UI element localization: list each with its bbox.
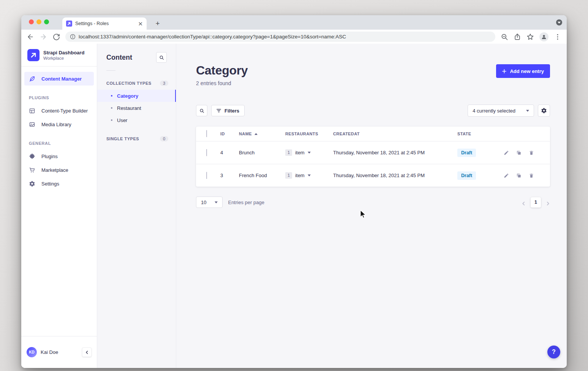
- sidebar-footer: KD Kai Doe: [21, 336, 97, 368]
- fields-selected-dropdown[interactable]: 4 currently selected: [468, 105, 534, 117]
- cell-restaurants[interactable]: 1 item: [283, 172, 331, 179]
- cell-createdat: Thursday, November 18, 2021 at 2:45 PM: [331, 173, 455, 178]
- entries-per-page-label: Entries per page: [228, 200, 264, 205]
- entries-table: ID NAME RESTAURANTS CREATEDAT STATE 4 Br…: [196, 127, 550, 187]
- column-header-id: ID: [218, 132, 237, 136]
- url-bar[interactable]: localhost:1337/admin/content-manager/col…: [65, 32, 495, 42]
- entries-count: 2 entries found: [196, 80, 248, 86]
- forward-icon[interactable]: [40, 33, 47, 41]
- browser-tab[interactable]: Settings - Roles ✕: [62, 17, 147, 30]
- tab-search-icon[interactable]: [556, 19, 562, 25]
- row-checkbox[interactable]: [206, 172, 207, 179]
- collection-types-count: 3: [160, 81, 168, 86]
- sidebar-item-marketplace[interactable]: Marketplace: [24, 163, 94, 177]
- picture-icon: [29, 121, 35, 128]
- page-number-button[interactable]: 1: [531, 197, 541, 208]
- subnav-divider: [106, 70, 115, 71]
- filters-button[interactable]: Filters: [211, 105, 245, 116]
- cell-name: French Food: [237, 173, 283, 178]
- edit-icon[interactable]: [504, 150, 509, 155]
- bullet-icon: [111, 107, 112, 109]
- row-checkbox[interactable]: [206, 149, 207, 156]
- workspace-name: Workplace: [43, 56, 84, 60]
- browser-window: Settings - Roles ✕ + localhost:1337/admi…: [21, 15, 567, 368]
- sidebar-item-plugins[interactable]: Plugins: [24, 149, 94, 163]
- url-text[interactable]: localhost:1337/admin/content-manager/col…: [79, 34, 346, 40]
- new-tab-button[interactable]: +: [153, 19, 163, 29]
- subnav-item-label: Restaurant: [117, 105, 141, 111]
- strapi-favicon-icon: [66, 21, 72, 27]
- collection-types-label: COLLECTION TYPES: [106, 81, 152, 86]
- mouse-cursor: [359, 210, 367, 219]
- cell-name: Brunch: [237, 150, 283, 155]
- single-types-count: 0: [160, 136, 168, 141]
- subnav-search-button[interactable]: [156, 52, 167, 63]
- workspace-header[interactable]: Strapi Dashboard Workplace: [21, 44, 97, 66]
- subnav-item-user[interactable]: User: [97, 114, 176, 126]
- subnav-item-label: Category: [117, 93, 138, 99]
- column-header-name[interactable]: NAME: [237, 132, 283, 136]
- feather-pen-icon: [29, 76, 35, 82]
- duplicate-icon[interactable]: [516, 173, 522, 178]
- subnav-item-category[interactable]: Category: [97, 90, 176, 102]
- single-types-label: SINGLE TYPES: [106, 136, 139, 141]
- add-new-entry-button[interactable]: Add new entry: [496, 64, 550, 78]
- gear-icon: [29, 181, 35, 187]
- user-avatar[interactable]: KD: [27, 347, 37, 357]
- page-title: Category: [196, 63, 248, 78]
- sort-ascending-icon: [254, 133, 258, 135]
- next-page-icon[interactable]: [546, 200, 550, 205]
- collapse-sidebar-button[interactable]: [82, 347, 92, 357]
- browser-menu-icon[interactable]: [554, 33, 561, 41]
- column-header-createdat: CREATEDAT: [331, 132, 455, 136]
- sidebar-item-label: Content-Type Builder: [41, 108, 88, 114]
- delete-icon[interactable]: [529, 173, 534, 178]
- tab-strip: Settings - Roles ✕ +: [21, 15, 567, 30]
- sidebar-item-content-manager[interactable]: Content Manager: [24, 72, 94, 86]
- general-section-label: GENERAL: [21, 141, 97, 146]
- tab-close-icon[interactable]: ✕: [138, 21, 143, 27]
- plugins-section-label: PLUGINS: [21, 95, 97, 100]
- share-icon[interactable]: [514, 33, 521, 41]
- page-size-dropdown[interactable]: 10: [196, 197, 223, 208]
- gear-icon: [541, 108, 547, 114]
- browser-profile-icon[interactable]: [539, 32, 548, 41]
- close-window-button[interactable]: [29, 19, 34, 24]
- previous-page-icon[interactable]: [522, 200, 526, 205]
- back-icon[interactable]: [27, 33, 34, 41]
- sidebar-item-label: Plugins: [41, 154, 58, 159]
- status-badge: Draft: [457, 149, 476, 157]
- sidebar-item-label: Marketplace: [41, 167, 68, 173]
- sidebar-item-media-library[interactable]: Media Library: [24, 117, 94, 131]
- bookmark-star-icon[interactable]: [526, 33, 534, 41]
- app-name: Strapi Dashboard: [43, 50, 84, 56]
- chevron-down-icon: [308, 174, 311, 176]
- zoom-out-icon[interactable]: [501, 33, 508, 41]
- help-button[interactable]: ?: [547, 346, 560, 358]
- user-name: Kai Doe: [41, 349, 78, 355]
- nav-divider: [21, 66, 97, 67]
- sidebar-item-label: Media Library: [41, 122, 71, 127]
- table-row[interactable]: 3 French Food 1 item Thursday, November …: [196, 164, 550, 187]
- table-settings-button[interactable]: [538, 105, 550, 117]
- subnav-title: Content: [106, 54, 132, 62]
- site-info-icon[interactable]: [70, 34, 76, 40]
- sidebar-item-content-type-builder[interactable]: Content-Type Builder: [24, 104, 94, 117]
- cell-restaurants[interactable]: 1 item: [283, 149, 331, 156]
- reload-icon[interactable]: [52, 33, 60, 41]
- duplicate-icon[interactable]: [516, 150, 522, 155]
- table-row[interactable]: 4 Brunch 1 item Thursday, November 18, 2…: [196, 141, 550, 164]
- zoom-window-button[interactable]: [44, 19, 49, 24]
- delete-icon[interactable]: [529, 150, 534, 155]
- edit-icon[interactable]: [504, 173, 509, 178]
- column-header-state: STATE: [455, 132, 502, 136]
- sidebar-item-label: Settings: [41, 181, 59, 187]
- subnav-item-label: User: [117, 117, 127, 123]
- cart-icon: [29, 167, 35, 173]
- sidebar-item-settings[interactable]: Settings: [24, 177, 94, 190]
- select-all-checkbox[interactable]: [206, 130, 207, 137]
- subnav-item-restaurant[interactable]: Restaurant: [97, 102, 176, 114]
- table-search-button[interactable]: [196, 105, 207, 116]
- layout-icon: [29, 108, 35, 114]
- minimize-window-button[interactable]: [36, 19, 41, 24]
